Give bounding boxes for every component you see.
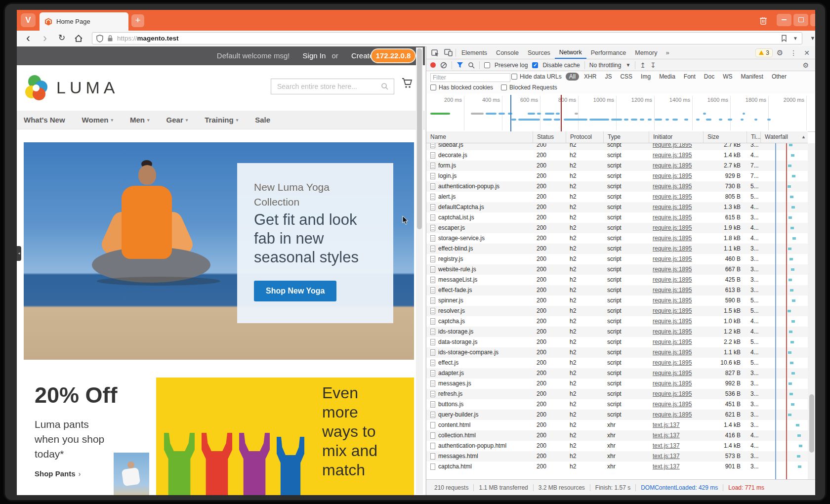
devtools-tab-console[interactable]: Console bbox=[492, 47, 523, 59]
request-row[interactable]: login.js200h2scriptrequire.js:1895929 B7… bbox=[426, 171, 808, 181]
page-scrollbar[interactable] bbox=[416, 47, 423, 494]
network-settings-gear-icon[interactable]: ⚙ bbox=[799, 61, 812, 69]
filter-type-ws[interactable]: WS bbox=[722, 73, 733, 81]
tab-home-page[interactable]: Home Page bbox=[40, 12, 128, 31]
request-row[interactable]: authentication-popup.html200h2xhrtext.js… bbox=[426, 441, 808, 451]
disable-cache-checkbox[interactable]: ✓ bbox=[532, 62, 538, 68]
devtools-kebab-menu-icon[interactable]: ⋮ bbox=[787, 49, 800, 57]
luma-logo[interactable]: LUMA bbox=[24, 74, 119, 101]
blocked-requests-checkbox[interactable] bbox=[501, 84, 507, 90]
request-row[interactable]: messages.html200h2xhrtext.js:137573 B3..… bbox=[426, 451, 808, 462]
request-initiator-link[interactable]: require.js:1895 bbox=[653, 193, 692, 200]
request-initiator-link[interactable]: require.js:1895 bbox=[653, 328, 692, 335]
request-initiator-link[interactable]: require.js:1895 bbox=[653, 370, 692, 377]
minimize-button[interactable] bbox=[777, 14, 791, 26]
request-row[interactable]: spinner.js200h2scriptrequire.js:1895590 … bbox=[426, 295, 808, 306]
device-toolbar-icon[interactable] bbox=[444, 49, 453, 56]
request-initiator-link[interactable]: require.js:1895 bbox=[653, 380, 692, 387]
url-bar[interactable]: https://magento.test ▼ bbox=[92, 32, 802, 44]
filter-type-other[interactable]: Other bbox=[771, 73, 788, 81]
has-blocked-cookies-checkbox[interactable] bbox=[430, 84, 436, 90]
request-initiator-link[interactable]: text.js:137 bbox=[653, 453, 680, 460]
request-row[interactable]: escaper.js200h2scriptrequire.js:18951.9 … bbox=[426, 223, 808, 233]
column-header-protocol[interactable]: Protocol bbox=[566, 131, 603, 143]
home-button[interactable] bbox=[71, 31, 86, 46]
request-initiator-link[interactable]: require.js:1895 bbox=[653, 401, 692, 408]
column-header-name[interactable]: Name bbox=[426, 131, 533, 143]
request-initiator-link[interactable]: require.js:1895 bbox=[653, 204, 692, 210]
filter-type-all[interactable]: All bbox=[566, 73, 579, 81]
request-row[interactable]: registry.js200h2scriptrequire.js:1895460… bbox=[426, 254, 808, 264]
request-initiator-link[interactable]: require.js:1895 bbox=[653, 287, 692, 294]
inspect-element-icon[interactable] bbox=[431, 49, 439, 56]
request-row[interactable]: decorate.js200h2scriptrequire.js:18951.4… bbox=[426, 150, 808, 161]
request-row[interactable]: query-builder.js200h2scriptrequire.js:18… bbox=[426, 410, 808, 420]
search-box[interactable] bbox=[271, 79, 394, 94]
network-filter-input[interactable] bbox=[430, 73, 510, 82]
request-initiator-link[interactable]: require.js:1895 bbox=[653, 172, 692, 179]
column-header-type[interactable]: Type bbox=[603, 131, 649, 143]
request-initiator-link[interactable]: require.js:1895 bbox=[653, 349, 692, 356]
promo-mix-match-card[interactable]: Even more ways to mix and match bbox=[156, 378, 414, 495]
request-row[interactable]: form.js200h2scriptrequire.js:18952.7 kB7… bbox=[426, 161, 808, 171]
toolbar-menu-dropdown-icon[interactable]: ▼ bbox=[805, 31, 815, 46]
request-row[interactable]: authentication-popup.js200h2scriptrequir… bbox=[426, 181, 808, 192]
request-initiator-link[interactable]: require.js:1895 bbox=[653, 390, 692, 397]
request-initiator-link[interactable]: require.js:1895 bbox=[653, 183, 692, 190]
request-row[interactable]: captcha.html200h2xhrtext.js:137901 B3... bbox=[426, 462, 808, 472]
request-row[interactable]: resolver.js200h2scriptrequire.js:18951.5… bbox=[426, 306, 808, 316]
request-row[interactable]: effect-blind.js200h2scriptrequire.js:189… bbox=[426, 244, 808, 254]
devtools-close-icon[interactable]: ✕ bbox=[801, 49, 813, 57]
closed-tabs-trash-icon[interactable] bbox=[757, 14, 770, 27]
forward-button[interactable]: › bbox=[38, 31, 52, 46]
devtools-tab-memory[interactable]: Memory bbox=[630, 47, 662, 59]
devtools-tab-sources[interactable]: Sources bbox=[523, 47, 555, 59]
nav-item-women[interactable]: Women▾ bbox=[82, 116, 113, 124]
request-initiator-link[interactable]: require.js:1895 bbox=[653, 143, 692, 148]
nav-item-men[interactable]: Men▾ bbox=[130, 116, 150, 124]
search-icon[interactable] bbox=[381, 83, 389, 90]
sort-ascending-icon[interactable]: ▲ bbox=[801, 131, 806, 143]
nav-item-training[interactable]: Training▾ bbox=[205, 116, 238, 124]
filter-type-css[interactable]: CSS bbox=[619, 73, 633, 81]
request-initiator-link[interactable]: require.js:1895 bbox=[653, 152, 692, 159]
request-initiator-link[interactable]: require.js:1895 bbox=[653, 214, 692, 221]
devtools-tab-performance[interactable]: Performance bbox=[586, 47, 631, 59]
request-row[interactable]: effect.js200h2scriptrequire.js:189510.6 … bbox=[426, 358, 808, 368]
throttling-dropdown-icon[interactable]: ▼ bbox=[625, 62, 630, 68]
nav-item-what-s-new[interactable]: What's New bbox=[24, 116, 65, 124]
devtools-scrollbar-thumb[interactable] bbox=[809, 394, 814, 453]
request-initiator-link[interactable]: text.js:137 bbox=[653, 463, 680, 470]
devtools-tab-network[interactable]: Network bbox=[555, 47, 586, 59]
request-row[interactable]: effect-fade.js200h2scriptrequire.js:1895… bbox=[426, 285, 808, 295]
request-initiator-link[interactable]: text.js:137 bbox=[653, 442, 680, 449]
nav-item-gear[interactable]: Gear▾ bbox=[166, 116, 188, 124]
filter-type-doc[interactable]: Doc bbox=[703, 73, 715, 81]
request-row[interactable]: ids-storage.js200h2scriptrequire.js:1895… bbox=[426, 327, 808, 337]
devtools-tab-elements[interactable]: Elements bbox=[457, 47, 492, 59]
request-row[interactable]: content.html200h2xhrtext.js:1371.4 kB3..… bbox=[426, 420, 808, 430]
hide-data-urls-checkbox[interactable] bbox=[511, 74, 517, 80]
column-header-status[interactable]: Status bbox=[533, 131, 566, 143]
request-initiator-link[interactable]: require.js:1895 bbox=[653, 235, 692, 242]
search-input[interactable] bbox=[276, 82, 381, 91]
request-initiator-link[interactable]: require.js:1895 bbox=[653, 307, 692, 314]
filter-type-js[interactable]: JS bbox=[604, 73, 613, 81]
shield-icon[interactable] bbox=[96, 35, 103, 42]
promo-pants-card[interactable]: 20% Off Luma pants when you shop today* … bbox=[24, 378, 149, 495]
shop-pants-link[interactable]: Shop Pants› bbox=[35, 469, 81, 478]
request-initiator-link[interactable]: require.js:1895 bbox=[653, 338, 692, 345]
filter-type-manifest[interactable]: Manifest bbox=[740, 73, 764, 81]
reload-button[interactable]: ↻ bbox=[54, 31, 69, 46]
devtools-scrollbar[interactable] bbox=[808, 143, 815, 479]
request-row[interactable]: buttons.js200h2scriptrequire.js:1895451 … bbox=[426, 399, 808, 410]
more-tabs-icon[interactable]: » bbox=[663, 49, 672, 56]
request-row[interactable]: website-rule.js200h2scriptrequire.js:189… bbox=[426, 264, 808, 275]
request-initiator-link[interactable]: require.js:1895 bbox=[653, 224, 692, 231]
column-header-initiator[interactable]: Initiator bbox=[649, 131, 703, 143]
vivaldi-panel-toggle[interactable]: ◂ bbox=[17, 246, 21, 261]
filter-type-xhr[interactable]: XHR bbox=[583, 73, 597, 81]
cart-icon[interactable] bbox=[401, 77, 414, 90]
sign-in-link[interactable]: Sign In bbox=[303, 51, 326, 60]
back-button[interactable]: ‹ bbox=[21, 31, 36, 46]
